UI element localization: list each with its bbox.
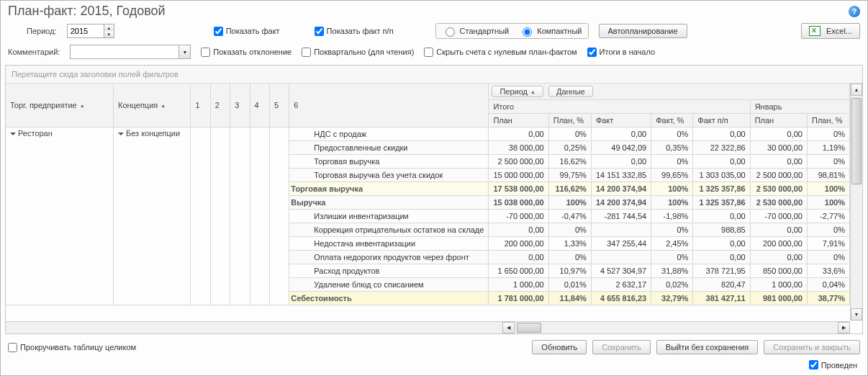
cell[interactable]: 0,25%: [548, 141, 591, 155]
cell[interactable]: 1 650 000,00: [489, 264, 548, 278]
cell[interactable]: 38,77%: [808, 292, 850, 305]
cell[interactable]: 988,85: [693, 223, 750, 237]
cell[interactable]: 38 000,00: [489, 141, 548, 155]
scroll-left-icon[interactable]: ◀: [502, 322, 515, 334]
col-fact-pp[interactable]: Факт п/п: [693, 114, 750, 127]
comment-combo[interactable]: ▼: [70, 45, 191, 59]
data-header-button[interactable]: Данные: [548, 86, 593, 97]
cell[interactable]: 100%: [808, 196, 850, 210]
col-2[interactable]: 2: [210, 84, 230, 127]
cell[interactable]: 0%: [808, 127, 850, 141]
cell[interactable]: 0%: [651, 127, 693, 141]
col-3[interactable]: 3: [230, 84, 250, 127]
cell[interactable]: Оплата недорогих продуктов через фронт: [289, 251, 489, 264]
cell[interactable]: 4 655 816,23: [591, 292, 651, 305]
cell[interactable]: 14 200 374,94: [591, 196, 651, 210]
cell[interactable]: 0%: [548, 223, 591, 237]
cell[interactable]: 1,33%: [548, 237, 591, 251]
horizontal-scrollbar[interactable]: ◀ ▶: [6, 321, 850, 334]
cell[interactable]: Торговая выручка: [289, 155, 489, 169]
table-row[interactable]: РесторанБез концепцииНДС с продаж0,000%0…: [6, 127, 850, 141]
cell[interactable]: 30 000,00: [750, 141, 807, 155]
cell[interactable]: Торговая выручка без учета скидок: [289, 169, 489, 182]
cell[interactable]: 0,00: [693, 210, 750, 223]
scroll-up-icon[interactable]: ▲: [851, 84, 862, 96]
cell[interactable]: -281 744,54: [591, 210, 651, 223]
save-close-button[interactable]: Сохранить и закрыть: [764, 340, 860, 354]
cell[interactable]: -1,98%: [651, 210, 693, 223]
col-1[interactable]: 1: [191, 84, 210, 127]
cell[interactable]: 2,45%: [651, 237, 693, 251]
cell[interactable]: 0,00: [693, 251, 750, 264]
scroll-right-icon[interactable]: ▶: [838, 322, 850, 334]
exit-no-save-button[interactable]: Выйти без сохранения: [656, 340, 759, 354]
scroll-thumb[interactable]: [851, 98, 862, 184]
cell[interactable]: [230, 127, 250, 305]
save-button[interactable]: Сохранить: [592, 340, 651, 354]
cell[interactable]: -2,77%: [808, 210, 850, 223]
cell[interactable]: -0,47%: [548, 210, 591, 223]
cell[interactable]: 820,47: [693, 278, 750, 292]
col-group-january[interactable]: Январь: [750, 100, 849, 114]
cell[interactable]: 0,00: [750, 155, 807, 169]
scroll-whole-checkbox[interactable]: Прокручивать таблицу целиком: [8, 343, 136, 352]
compact-radio[interactable]: Компактный: [519, 25, 582, 37]
autoplan-button[interactable]: Автопланирование: [599, 24, 687, 38]
cell[interactable]: 33,6%: [808, 264, 850, 278]
cell[interactable]: 378 721,95: [693, 264, 750, 278]
cell[interactable]: 0%: [651, 223, 693, 237]
scroll-thumb-h[interactable]: [517, 323, 541, 333]
cell[interactable]: НДС с продаж: [289, 127, 489, 141]
period-down-icon[interactable]: ▼: [104, 31, 114, 37]
cell[interactable]: [591, 251, 651, 264]
col-group-total[interactable]: Итого: [489, 100, 750, 114]
cell[interactable]: Торговая выручка: [289, 182, 489, 196]
cell[interactable]: 7,91%: [808, 237, 850, 251]
cell[interactable]: Излишки инвентаризации: [289, 210, 489, 223]
cell[interactable]: 99,75%: [548, 169, 591, 182]
scroll-down-icon[interactable]: ▼: [851, 308, 862, 321]
expand-icon[interactable]: [10, 133, 16, 135]
cell[interactable]: 1,19%: [808, 141, 850, 155]
cell[interactable]: 381 427,11: [693, 292, 750, 305]
col-plan[interactable]: План: [489, 114, 548, 127]
cell[interactable]: 0%: [808, 155, 850, 169]
period-up-icon[interactable]: ▲: [104, 24, 114, 31]
col-concept[interactable]: Концепция▲: [114, 84, 191, 127]
cell[interactable]: 0%: [651, 155, 693, 169]
cell[interactable]: Недостача инвентаризации: [289, 237, 489, 251]
cell[interactable]: Расход продуктов: [289, 264, 489, 278]
cell[interactable]: 981 000,00: [750, 292, 807, 305]
cell[interactable]: 0,00: [693, 155, 750, 169]
col-fact-pct[interactable]: Факт, %: [651, 114, 693, 127]
cell[interactable]: 32,79%: [651, 292, 693, 305]
show-fact-pp-box[interactable]: [315, 27, 324, 36]
cell[interactable]: 0,00: [489, 223, 548, 237]
cell[interactable]: 0,02%: [651, 278, 693, 292]
cell[interactable]: 1 000,00: [750, 278, 807, 292]
chevron-down-icon[interactable]: ▼: [178, 45, 190, 58]
help-icon[interactable]: ?: [849, 6, 860, 17]
filter-drop-area[interactable]: Перетащите сюда заголовки полей фильтров: [6, 66, 862, 84]
cell[interactable]: 2 632,17: [591, 278, 651, 292]
totals-first-checkbox[interactable]: Итоги в начало: [587, 48, 656, 57]
excel-button[interactable]: Excel...: [801, 23, 860, 39]
col-jan-plan-pct[interactable]: План, %: [808, 114, 850, 127]
cell[interactable]: 116,62%: [548, 182, 591, 196]
cell[interactable]: 100%: [651, 182, 693, 196]
refresh-button[interactable]: Обновить: [532, 340, 587, 354]
col-enterprise[interactable]: Торг. предприятие▲: [6, 84, 114, 127]
cell[interactable]: 0,00: [591, 155, 651, 169]
cell[interactable]: Ресторан: [6, 127, 114, 305]
cell[interactable]: 17 538 000,00: [489, 182, 548, 196]
cell[interactable]: 347 255,44: [591, 237, 651, 251]
cell[interactable]: Предоставленные скидки: [289, 141, 489, 155]
cell[interactable]: 99,65%: [651, 169, 693, 182]
vertical-scrollbar[interactable]: ▲ ▼: [850, 84, 862, 321]
done-checkbox[interactable]: Проведен: [809, 360, 857, 370]
expand-icon[interactable]: [118, 133, 124, 135]
cell[interactable]: 16,62%: [548, 155, 591, 169]
cell[interactable]: Удаление блюд со списанием: [289, 278, 489, 292]
cell[interactable]: Коррекция отрицательных остатков на скла…: [289, 223, 489, 237]
cell[interactable]: -70 000,00: [489, 210, 548, 223]
